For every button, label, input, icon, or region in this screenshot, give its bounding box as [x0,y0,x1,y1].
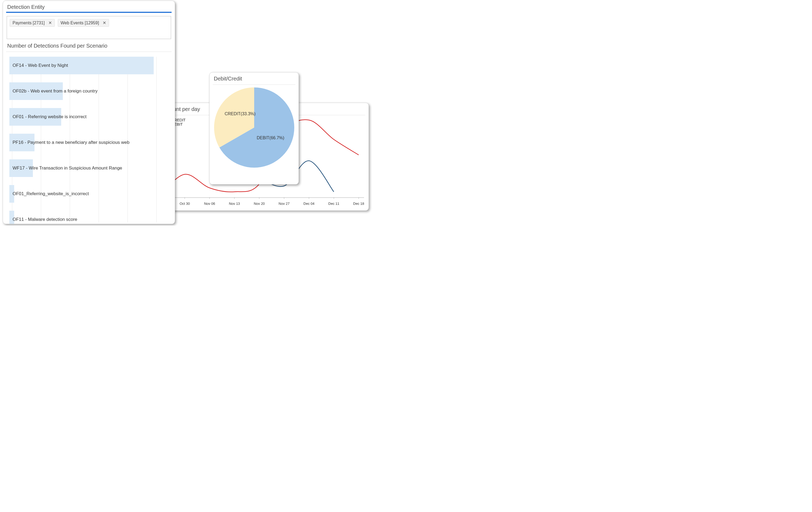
x-tick-label: Nov 13 [229,202,240,206]
divider [213,84,295,85]
panel-title: Debit/Credit [209,73,298,83]
x-tick-label: Nov 27 [279,202,289,206]
bar-label: WF17 - Wire Transaction in Suspicious Am… [12,166,122,171]
bar-row: OF14 - Web Event by Night [9,57,172,74]
bar-row: PF16 - Payment to a new beneficiary afte… [9,134,172,151]
x-tick-label: Dec 04 [303,202,314,206]
accent-bar [6,12,172,13]
bar-row: WF17 - Wire Transaction in Suspicious Am… [9,159,172,177]
x-tick-label: Dec 11 [328,202,339,206]
pie-svg [214,87,294,168]
bar-label: OF01 - Referring website is incorrect [12,114,87,119]
filter-chip-webevents[interactable]: Web Events [12959] ✕ [58,19,109,27]
filter-chip-box[interactable]: Payments [2731] ✕ Web Events [12959] ✕ [7,16,171,39]
bar-chart: OF14 - Web Event by NightOF02b - Web eve… [9,57,172,223]
pie-chart: CREDIT(33.3%) DEBIT(66.7%) [214,87,294,168]
bar-label: OF11 - Malware detection score [12,217,77,222]
section-title: Number of Detections Found per Scenario [3,42,175,51]
pie-label-debit: DEBIT(66.7%) [257,136,284,140]
x-tick-label: Nov 06 [204,202,215,206]
chip-label: Payments [2731] [12,21,45,25]
bar-label: OF01_Referring_website_is_incorrect [12,191,89,197]
bar-row: OF11 - Malware detection score [9,211,172,224]
panel-title: Detection Entity [3,1,175,12]
bar-label: OF02b - Web event from a foreign country [12,88,97,94]
pie-label-credit: CREDIT(33.3%) [225,112,256,116]
divider [6,52,172,52]
x-tick-label: Dec 18 [353,202,364,206]
filter-chip-payments[interactable]: Payments [2731] ✕ [10,19,55,27]
bar-label: OF14 - Web Event by Night [12,63,68,68]
bar-label: PF16 - Payment to a new beneficiary afte… [12,140,129,145]
chip-label: Web Events [12959] [61,21,99,25]
bar-row: OF01 - Referring website is incorrect [9,108,172,126]
detection-entity-panel: Detection Entity Payments [2731] ✕ Web E… [3,1,175,224]
bar-row: OF02b - Web event from a foreign country [9,82,172,100]
close-icon[interactable]: ✕ [102,20,107,25]
x-tick-label: Nov 20 [254,202,265,206]
close-icon[interactable]: ✕ [47,20,53,25]
x-tick-label: Oct 30 [180,202,190,206]
debit-credit-panel: Debit/Credit CREDIT(33.3%) DEBIT(66.7%) [209,72,299,184]
bar-row: OF01_Referring_website_is_incorrect [9,185,172,203]
